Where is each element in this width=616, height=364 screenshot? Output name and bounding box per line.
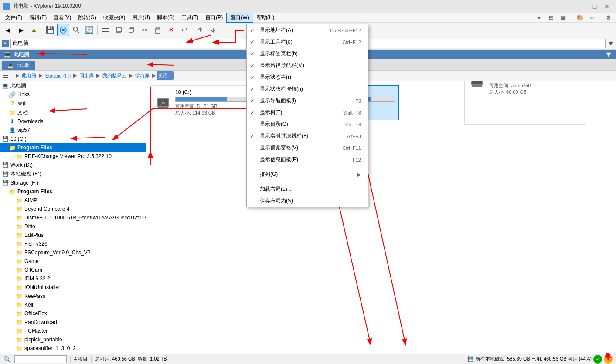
menu-script[interactable]: 脚本(S) <box>153 13 178 22</box>
tree-item-fscapture[interactable]: 📁 FSCapture_Ver.9.0_Chs_V2 <box>0 248 146 257</box>
view-large-button[interactable]: ▦ <box>558 13 569 23</box>
paste-button[interactable] <box>152 24 164 36</box>
tree-item-keil[interactable]: 📁 Keil <box>0 300 146 309</box>
ctx-show-pathbar[interactable]: ✓ 显示路径导航栏(M) <box>247 60 368 71</box>
ctx-show-tabbar[interactable]: ✓ 显示标签页栏(b) <box>247 48 368 60</box>
tree-item-keepass[interactable]: 📁 KeePass <box>0 292 146 300</box>
pathbar-cloud[interactable]: 我的坚果云 <box>101 71 128 80</box>
ctx-show-nav[interactable]: ✓ 显示导航面板(i) F8 <box>247 95 368 107</box>
pathbar-sync[interactable]: 同步库 <box>78 71 95 80</box>
minimize-button[interactable]: ─ <box>577 2 588 11</box>
pathbar-this-pc[interactable]: 此电脑 <box>20 71 38 80</box>
menu-tools[interactable]: 工具(T) <box>178 13 202 22</box>
ctx-show-status-btn[interactable]: ✓ 显示状态栏按钮(n) <box>247 83 368 95</box>
svg-rect-20 <box>158 107 168 108</box>
tree-item-ditto[interactable]: 📁 Ditto <box>0 222 146 231</box>
tree-item-this-pc[interactable]: 💻 此电脑 <box>0 81 146 90</box>
ctx-show-status[interactable]: ✓ 显示状态栏(r) <box>247 71 368 83</box>
ctx-show-tree[interactable]: ✓ 显示树(T) Shift+F8 <box>247 107 368 118</box>
address-dropdown[interactable]: ▼ <box>607 40 614 47</box>
menu-window-p[interactable]: 窗口(P) <box>202 13 226 22</box>
menu-file[interactable]: 文件(F) <box>2 13 26 22</box>
tree-item-local-e[interactable]: 💾 本地磁盘 (E:) <box>0 169 146 179</box>
tree-item-picpick[interactable]: 📁 picpick_portable <box>0 335 146 344</box>
status-warn-button[interactable]: ! <box>604 355 613 364</box>
home-button[interactable]: 💾 <box>44 24 56 36</box>
toolbar-extra-1[interactable] <box>194 24 206 36</box>
view-tiles-button[interactable]: ⊞ <box>545 13 557 23</box>
pathbar-english[interactable]: 英语... <box>157 71 174 80</box>
pathbar-storage[interactable]: Storage (F:) <box>43 72 72 79</box>
menu-go[interactable]: 跳转(G) <box>75 13 99 22</box>
menu-window-w[interactable]: 窗口(W) <box>226 13 253 23</box>
ctx-show-dir[interactable]: ✓ 显示目录(C) Ctrl+F8 <box>247 118 368 130</box>
ctx-load-layout[interactable]: ✓ 加载布局(L)... <box>247 183 368 195</box>
forward-button[interactable]: ▶ <box>15 24 27 36</box>
undo-button[interactable]: ↩ <box>178 24 190 36</box>
tree-item-pdfxchange[interactable]: 📁 PDF-XChange Viewer Pro 2.5.322.10 <box>0 152 146 161</box>
tree-item-spacesniffer[interactable]: 📁 spacesniffer_1_3_0_2 <box>0 344 146 353</box>
statusbar-search-input[interactable] <box>14 355 67 363</box>
copy-button[interactable] <box>126 24 138 36</box>
up-button[interactable]: ▲ <box>28 24 40 36</box>
ctx-show-toolbar[interactable]: ✓ 显示工具栏(o) Ctrl+F12 <box>247 36 368 48</box>
toolbar-sep-2 <box>97 25 98 35</box>
menu-user[interactable]: 用户(U) <box>129 13 153 22</box>
ctx-show-filter[interactable]: ✓ 显示实时过滤器栏(F) Alt+F3 <box>247 130 368 142</box>
tree-item-editplus[interactable]: 📁 EditPlus <box>0 231 146 239</box>
tree-item-storage-f[interactable]: 💾 Storage (F:) <box>0 179 146 187</box>
toppanel-collapse[interactable]: ▼ <box>605 50 613 59</box>
refresh-button[interactable]: 🔄 <box>83 24 95 36</box>
tree-item-game[interactable]: 📁 Game <box>0 257 146 266</box>
tree-item-work-d[interactable]: 💾 Work (D:) <box>0 161 146 169</box>
ctx-show-address[interactable]: ✓ 显示地址栏(A) Ctrl+Shift+F12 <box>247 24 368 36</box>
tree-item-desktop[interactable]: 🖥 桌面 <box>0 99 146 108</box>
search-button[interactable] <box>70 24 82 36</box>
gear-button[interactable]: ⚙ <box>603 13 614 23</box>
check-show-status-btn: ✓ <box>250 86 255 92</box>
tree-item-gitcam[interactable]: 📁 GitCam <box>0 266 146 274</box>
close-button[interactable]: ✕ <box>601 2 613 11</box>
radio-button[interactable] <box>57 24 69 36</box>
drive-tile-e[interactable]: 本地磁盘 (E:) 可用空间: 35.66 GB 总大小: 60.00 GB <box>464 81 586 125</box>
ctx-show-preview[interactable]: ✓ 显示预览窗格(V) Ctrl+F11 <box>247 142 368 154</box>
copy-path-button[interactable] <box>112 24 125 36</box>
menu-edit[interactable]: 编辑(E) <box>26 13 50 22</box>
tree-item-pandownload[interactable]: 📁 PanDownload <box>0 318 146 327</box>
tree-item-officebox[interactable]: 📁 OfficeBox <box>0 309 146 318</box>
tree-item-beyond-compare[interactable]: 📁 Beyond Compare 4 <box>0 205 146 213</box>
cut-button[interactable]: ✂ <box>139 24 151 36</box>
ctx-arrange[interactable]: ✓ 排列(G) ▶ <box>247 169 368 180</box>
back-button[interactable]: ◀ <box>2 24 14 36</box>
menu-help[interactable]: 帮助(H) <box>253 13 278 22</box>
paintbrush-icon[interactable]: 🎨 <box>574 13 585 23</box>
pencil-button[interactable]: ✏ <box>586 13 598 23</box>
tree-item-links[interactable]: 🔗 Links <box>0 90 146 99</box>
view-details-button[interactable]: ≡ <box>533 13 545 23</box>
config-button[interactable] <box>99 24 112 36</box>
tree-item-idm[interactable]: 📁 IDM.6.32.2 <box>0 274 146 283</box>
search-icon-statusbar[interactable]: 🔍 <box>3 356 11 363</box>
tree-item-aimp[interactable]: 📁 AIMP <box>0 196 146 205</box>
tree-item-documents[interactable]: 📁 文档 <box>0 108 146 117</box>
svg-rect-28 <box>472 81 482 84</box>
tree-item-iobit[interactable]: 📁 IObitUninstaller <box>0 283 146 292</box>
ctx-save-layout[interactable]: ✓ 保存布局为(S)... <box>247 195 368 207</box>
tab-this-pc[interactable]: 💻 此电脑 <box>2 61 35 70</box>
tree-item-downloads[interactable]: ⬇ Downloads <box>0 117 146 126</box>
menu-favorites[interactable]: 收藏夹(a) <box>100 13 129 22</box>
tree-item-program-files-f[interactable]: 📁 Program Files <box>0 187 146 196</box>
menu-view[interactable]: 查看(V) <box>50 13 75 22</box>
tree-item-fish[interactable]: 📁 Fish-v326 <box>0 239 146 248</box>
tree-item-dism[interactable]: 📁 Dism++10.1.1000.51B_6feef5fa1ea53930ec… <box>0 213 146 222</box>
toolbar-extra-2[interactable] <box>207 24 219 36</box>
ctx-show-info[interactable]: ✓ 显示信息面板(P) F12 <box>247 154 368 165</box>
tree-item-vip57[interactable]: 👤 vip57 <box>0 126 146 135</box>
tree-item-pcmaster[interactable]: 📁 PCMaster <box>0 327 146 335</box>
tree-item-program-files-c[interactable]: 📁 Program Files <box>0 143 146 152</box>
delete-button[interactable]: ✕ <box>165 24 177 36</box>
tree-item-c-drive[interactable]: 💾 10 (C:) <box>0 135 146 143</box>
maximize-button[interactable]: □ <box>589 2 600 11</box>
pathbar-study[interactable]: 学习库 <box>133 71 151 80</box>
status-ok-button[interactable]: ✓ <box>593 355 602 364</box>
